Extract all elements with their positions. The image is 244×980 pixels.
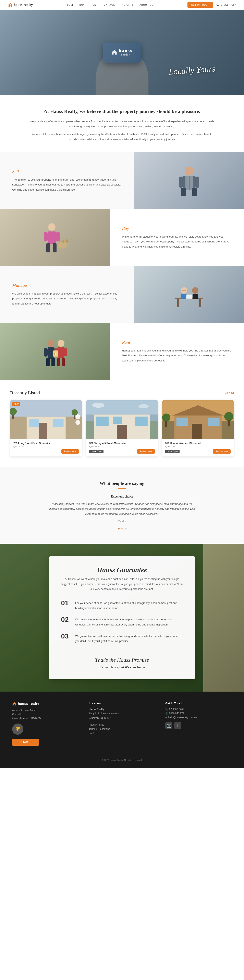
card-logo-main: hauss	[119, 48, 133, 53]
guarantee-num-1: 01	[61, 599, 71, 607]
svg-rect-71	[176, 418, 188, 426]
listing-1-next[interactable]: ›	[75, 420, 80, 425]
get-in-touch-button[interactable]: GET IN TOUCH	[187, 2, 213, 8]
logo-text: hauss realty	[14, 3, 33, 7]
svg-rect-59	[97, 417, 109, 426]
recently-listed-section: Recently Listed View all	[0, 380, 244, 467]
svg-rect-74	[165, 421, 167, 427]
footer-col-2: Location Hauss Realty Shop 5, 327 Honour…	[89, 702, 155, 746]
svg-rect-23	[181, 294, 187, 299]
footer-faq-link[interactable]: FAQ	[89, 732, 155, 735]
nav-manage[interactable]: MANAGE	[104, 4, 115, 6]
phone-icon-footer: 📞	[165, 708, 169, 711]
listing-1-prev[interactable]: ‹	[75, 414, 80, 419]
nav-sell[interactable]: SELL	[67, 4, 74, 6]
svg-rect-76	[228, 420, 230, 426]
svg-point-25	[192, 287, 198, 294]
svg-point-73	[162, 413, 170, 422]
svg-rect-21	[199, 299, 201, 307]
svg-rect-13	[46, 243, 50, 253]
couple-illustration: 📋	[39, 336, 71, 367]
service-sell-title: Sell	[12, 169, 122, 174]
svg-rect-38	[57, 358, 60, 366]
nav-links: SELL BUY RENT MANAGE INSIGHTS ABOUT US	[67, 4, 154, 6]
listing-1-info: 269 Long Street East, Graceville QLD 407…	[10, 439, 82, 457]
listing-3-address: 511 Honour Avenue, Sherwood	[165, 442, 231, 445]
svg-rect-10	[48, 231, 56, 244]
listing-2-house-svg	[86, 400, 158, 439]
footer-logo-icon	[12, 702, 16, 706]
svg-point-64	[138, 404, 149, 408]
footer-contact-button[interactable]: CONTACT US	[12, 739, 39, 746]
testimonial-author: Vendor	[49, 520, 195, 523]
guarantee-text-1: For your peace of mind, we guarantee to …	[75, 599, 183, 611]
svg-rect-39	[62, 358, 65, 366]
service-rent-image: 📋	[0, 323, 110, 380]
svg-point-63	[92, 403, 105, 407]
footer-location-suburb: Graceville, QLD 4075	[89, 716, 155, 721]
footer-terms-link[interactable]: Terms & Conditions	[89, 727, 155, 730]
footer-location-address: Shop 5, 327 Honour Avenue	[89, 711, 155, 716]
svg-rect-37	[64, 348, 67, 356]
svg-rect-8	[192, 188, 197, 196]
footer-social-icons: 📷 f	[165, 722, 232, 729]
listing-2-home-open: Home Open	[89, 450, 103, 453]
footer-email: ✉ hello@haussrealty.com.au	[165, 716, 232, 719]
svg-rect-4	[190, 176, 193, 190]
footer-col-1: hauss realty Agent of the Year Award Gra…	[12, 702, 79, 746]
facebook-icon[interactable]: f	[174, 722, 181, 729]
listing-2-image	[86, 400, 158, 439]
service-buy-image	[0, 209, 110, 266]
email-icon-footer: ✉	[165, 716, 168, 719]
guarantee-content: Hauss Guarantee At Hauss, we want to hel…	[49, 556, 195, 679]
service-rent-title: Rent	[122, 340, 232, 345]
footer-privacy-link[interactable]: Privacy Policy	[89, 724, 155, 726]
listing-3-suburb: QLD 4075	[165, 445, 231, 448]
dot-3[interactable]	[125, 528, 127, 530]
testimonials-heading: What people are saying	[8, 481, 236, 486]
logo-house-icon	[8, 3, 13, 7]
nav-insights[interactable]: INSIGHTS	[121, 4, 134, 6]
svg-rect-46	[39, 423, 47, 439]
guarantee-item-2: 02 We guarantee to treat your home with …	[61, 616, 183, 627]
phone-icon: 📞	[216, 3, 219, 6]
dot-2[interactable]	[121, 528, 123, 530]
listings-grid: NEW ‹ › 269 Long Street East, Graceville…	[10, 400, 234, 457]
hero-logo-card: hauss realty	[103, 43, 141, 63]
listing-3-house-svg	[162, 400, 234, 439]
svg-point-17	[65, 239, 68, 243]
svg-rect-72	[208, 418, 220, 426]
svg-rect-33	[51, 358, 55, 366]
listing-2-suburb: QLD 4105	[89, 445, 155, 448]
service-manage-text: Manage We take pride in managing your pr…	[0, 266, 134, 323]
svg-point-75	[224, 412, 233, 421]
footer-location-title: Location	[89, 702, 155, 705]
nav-logo[interactable]: hauss realty	[8, 3, 33, 7]
hero-hands-area: hauss realty	[103, 43, 141, 63]
service-manage-title: Manage	[12, 283, 122, 288]
services-section: Sell The decision to sell your property …	[0, 152, 244, 380]
service-buy-title: Buy	[122, 226, 232, 231]
listing-1-house-svg	[10, 400, 82, 439]
office-illustration	[173, 281, 205, 308]
listing-3-image	[162, 400, 234, 439]
nav-buy[interactable]: BUY	[79, 4, 85, 6]
nav-rent[interactable]: RENT	[91, 4, 98, 6]
card-house-icon	[111, 49, 117, 55]
view-all-link[interactable]: View all	[225, 391, 234, 394]
instagram-icon[interactable]: 📷	[165, 722, 172, 729]
service-manage-desc: We take pride in managing your property …	[12, 291, 122, 306]
listing-3-find-out-btn[interactable]: Find out more	[213, 449, 231, 453]
listing-2-find-out-btn[interactable]: Find out more	[137, 449, 155, 453]
dot-1[interactable]	[118, 528, 120, 530]
svg-rect-70	[192, 424, 202, 439]
svg-point-34	[57, 340, 65, 347]
nav-phone: 📞 07 3067 7267	[216, 3, 236, 6]
listing-1-find-out-btn[interactable]: Find out more	[62, 449, 79, 453]
svg-rect-32	[46, 358, 50, 366]
testimonial-title: Excellent choice	[49, 495, 195, 498]
service-manage: Manage We take pride in managing your pr…	[0, 266, 244, 323]
testimonial-card: Excellent choice "Absolutely brilliant. …	[49, 495, 195, 523]
service-manage-image	[134, 266, 244, 323]
nav-about[interactable]: ABOUT US	[139, 4, 153, 6]
